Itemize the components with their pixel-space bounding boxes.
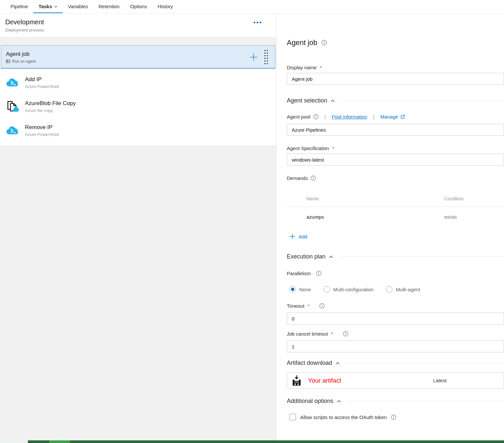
info-icon[interactable] xyxy=(319,303,325,309)
collapse-caret-icon xyxy=(335,362,340,365)
run-on-agent-icon xyxy=(6,59,10,63)
manage-link[interactable]: Manage xyxy=(380,114,398,120)
artifact-version: Latest xyxy=(433,378,447,383)
panel-title: Agent job xyxy=(287,38,317,47)
tab-label: History xyxy=(158,4,173,9)
collapse-caret-icon xyxy=(329,255,333,258)
radio-multi-agent[interactable]: Multi-agent xyxy=(386,286,420,293)
tab-label: Tasks xyxy=(38,4,52,9)
tab-history[interactable]: History xyxy=(152,0,178,13)
task-list: Add IP Azure PowerShell AzureBlob File C… xyxy=(0,69,276,146)
info-icon[interactable] xyxy=(391,414,396,420)
info-icon[interactable] xyxy=(313,114,319,120)
section-title: Additional options xyxy=(287,398,333,405)
section-execution-plan[interactable]: Execution plan xyxy=(287,253,504,260)
tab-tasks[interactable]: Tasks xyxy=(33,0,62,13)
tab-label: Retention xyxy=(98,4,119,9)
more-options-icon[interactable] xyxy=(254,22,261,23)
task-title: AzureBlob File Copy xyxy=(25,100,76,107)
agent-job-settings-panel: Agent job Display name* Agent selection … xyxy=(277,13,504,443)
add-task-button[interactable] xyxy=(249,53,258,62)
job-cancel-timeout-input[interactable] xyxy=(287,341,504,352)
section-additional-options[interactable]: Additional options xyxy=(287,398,504,405)
external-link-icon xyxy=(401,115,405,119)
azure-file-copy-icon xyxy=(7,100,19,113)
radio-circle xyxy=(324,286,330,293)
task-row-azureblob-file-copy[interactable]: AzureBlob File Copy Azure file copy xyxy=(0,95,276,119)
parallelism-radio-group: None Multi-configuration Multi-agent xyxy=(287,286,504,293)
timeout-input[interactable] xyxy=(287,313,504,324)
agent-job-card[interactable]: Agent job Run on agent xyxy=(1,45,275,69)
section-title: Agent selection xyxy=(287,97,327,104)
demands-table-row[interactable]: azureps exists xyxy=(287,214,504,220)
pool-information-link[interactable]: Pool information xyxy=(332,114,367,120)
artifact-name: Your artifact xyxy=(308,377,341,384)
tab-retention[interactable]: Retention xyxy=(93,0,125,13)
timeout-label-row: Timeout* xyxy=(287,303,504,309)
tab-label: Variables xyxy=(68,4,88,9)
tab-label: Pipeline xyxy=(10,4,28,9)
collapse-caret-icon xyxy=(330,99,335,102)
azure-powershell-icon xyxy=(6,126,19,136)
info-icon[interactable] xyxy=(343,331,348,337)
section-artifact-download[interactable]: Artifact download xyxy=(287,360,504,366)
tab-options[interactable]: Options xyxy=(125,0,152,13)
oauth-token-option: Allow scripts to access the OAuth token xyxy=(287,414,504,420)
task-subtitle: Azure PowerShell xyxy=(25,84,59,89)
task-subtitle: Azure PowerShell xyxy=(25,132,59,137)
task-title: Remove IP xyxy=(25,124,59,131)
demand-condition: exists xyxy=(444,214,504,220)
section-title: Artifact download xyxy=(287,360,332,366)
demands-table-header: Name Condition xyxy=(287,196,504,201)
display-name-input[interactable] xyxy=(287,73,504,85)
section-agent-selection[interactable]: Agent selection xyxy=(287,97,504,104)
tab-pipeline[interactable]: Pipeline xyxy=(5,0,33,13)
info-icon[interactable] xyxy=(321,40,327,46)
demand-name: azureps xyxy=(287,214,444,220)
agent-job-card-subtitle: Run on agent xyxy=(12,59,36,64)
collapse-caret-icon xyxy=(337,400,341,403)
stage-subtitle: Deployment process xyxy=(5,28,44,33)
radio-multi-configuration[interactable]: Multi-configuration xyxy=(324,286,374,293)
agent-specification-input[interactable] xyxy=(287,154,504,166)
task-row-remove-ip[interactable]: Remove IP Azure PowerShell xyxy=(0,119,276,143)
radio-circle xyxy=(289,286,296,293)
info-icon[interactable] xyxy=(310,175,316,181)
add-demand-button[interactable]: Add xyxy=(287,233,504,239)
drag-handle-icon[interactable] xyxy=(264,49,268,65)
stage-title: Development xyxy=(5,18,44,26)
stage-header: Development Deployment process xyxy=(0,13,276,37)
task-row-add-ip[interactable]: Add IP Azure PowerShell xyxy=(0,71,276,95)
pipeline-top-nav: Pipeline Tasks Variables Retention Optio… xyxy=(0,0,504,13)
oauth-token-checkbox[interactable] xyxy=(289,414,296,420)
display-name-label: Display name* xyxy=(287,65,504,70)
section-title: Execution plan xyxy=(287,253,326,260)
artifact-download-icon xyxy=(292,375,302,386)
bottom-progress-strip xyxy=(0,440,504,443)
radio-none[interactable]: None xyxy=(289,286,311,293)
task-subtitle: Azure file copy xyxy=(25,108,76,113)
chevron-down-icon xyxy=(54,5,57,8)
radio-circle xyxy=(386,286,392,293)
tab-variables[interactable]: Variables xyxy=(63,0,93,13)
job-cancel-timeout-label-row: Job cancel timeout* xyxy=(287,331,504,337)
oauth-token-label: Allow scripts to access the OAuth token xyxy=(300,414,387,420)
azure-powershell-icon xyxy=(6,78,19,88)
info-icon[interactable] xyxy=(316,271,322,276)
tab-label: Options xyxy=(130,4,147,9)
artifact-download-row[interactable]: Your artifact Latest xyxy=(287,372,504,388)
agent-specification-label: Agent Specification* xyxy=(287,145,504,151)
agent-pool-input[interactable] xyxy=(287,124,504,136)
deployment-process-panel: Development Deployment process Agent job… xyxy=(0,13,277,443)
agent-job-card-title: Agent job xyxy=(6,51,36,57)
parallelism-label-row: Parallelism xyxy=(287,271,504,276)
agent-pool-label-row: Agent pool | Pool information | Manage xyxy=(287,114,504,120)
plus-icon xyxy=(289,233,295,239)
task-title: Add IP xyxy=(25,76,59,83)
demands-label-row: Demands xyxy=(287,175,504,181)
